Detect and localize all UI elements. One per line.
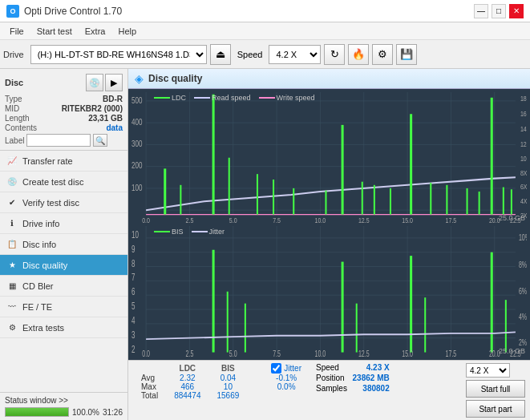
- svg-rect-33: [212, 95, 215, 215]
- svg-text:400: 400: [131, 117, 142, 127]
- menu-start-test[interactable]: Start test: [30, 25, 79, 38]
- maximize-button[interactable]: □: [492, 4, 506, 18]
- disc-mid-row: MID RITEKBR2 (000): [5, 104, 123, 113]
- svg-rect-40: [362, 182, 363, 215]
- legend-ldc-label: LDC: [172, 94, 186, 102]
- app-icon: O: [6, 5, 19, 18]
- sidebar-item-cd-bler[interactable]: ▦ CD Bler: [0, 276, 127, 297]
- speed-label: Speed: [237, 50, 263, 59]
- cd-bler-icon: ▦: [6, 281, 18, 292]
- status-window-btn[interactable]: Status window >>: [5, 396, 123, 405]
- sidebar-item-extra-tests[interactable]: ⚙ Extra tests: [0, 317, 127, 338]
- legend-write-speed-label: Write speed: [277, 94, 315, 102]
- sidebar-item-disc-info[interactable]: 📋 Disc info: [0, 234, 127, 255]
- label-action-btn[interactable]: 🔍: [93, 134, 107, 147]
- menu-file[interactable]: File: [3, 25, 30, 38]
- start-part-button[interactable]: Start part: [466, 400, 525, 418]
- length-label: Length: [5, 114, 30, 123]
- total-label: Total: [133, 391, 166, 400]
- legend-bis-label: BIS: [172, 228, 184, 236]
- svg-text:8X: 8X: [520, 168, 527, 176]
- contents-value: data: [106, 123, 123, 132]
- speed-label: Speed: [316, 363, 339, 372]
- speed-row: Speed 4.23 X: [316, 363, 390, 372]
- svg-text:10%: 10%: [519, 232, 527, 242]
- svg-text:10: 10: [131, 229, 139, 240]
- svg-text:6X: 6X: [520, 182, 527, 191]
- samples-value: 380802: [362, 384, 389, 393]
- svg-text:7.5: 7.5: [273, 349, 281, 357]
- samples-row: Samples 380802: [316, 384, 390, 393]
- disc-label-row: Label 🔍: [5, 134, 123, 147]
- position-value: 23862 MB: [353, 374, 390, 382]
- bottom-chart-legend: BIS Jitter: [154, 228, 225, 236]
- jitter-checkbox[interactable]: [271, 363, 281, 374]
- speed-info: Speed 4.23 X Position 23862 MB Samples 3…: [316, 363, 390, 393]
- speed-select-stats[interactable]: 4.2 X: [466, 363, 510, 378]
- svg-rect-95: [245, 303, 246, 352]
- settings-button[interactable]: ⚙: [372, 44, 393, 65]
- disc-length-row: Length 23,31 GB: [5, 114, 123, 123]
- svg-text:7.5: 7.5: [273, 216, 281, 223]
- svg-text:4: 4: [131, 315, 136, 325]
- svg-text:300: 300: [131, 139, 142, 149]
- svg-rect-44: [430, 183, 431, 215]
- sidebar-item-disc-quality[interactable]: ★ Disc quality: [0, 255, 127, 276]
- sidebar-item-create-test-disc[interactable]: 💿 Create test disc: [0, 172, 127, 192]
- svg-text:15.0: 15.0: [402, 216, 413, 223]
- drive-select[interactable]: (H:) HL-DT-ST BD-RE WH16NS48 1.D3: [30, 45, 207, 64]
- speed-select-toolbar[interactable]: 4.2 X: [269, 45, 321, 64]
- label-input[interactable]: [26, 134, 91, 147]
- menu-extra[interactable]: Extra: [79, 25, 112, 38]
- close-button[interactable]: ✕: [509, 4, 524, 18]
- bottom-chart: BIS Jitter 10 9 8 7 6 5 4: [131, 226, 527, 357]
- disc-icon-btn-1[interactable]: 💿: [86, 74, 103, 91]
- disc-icon-btn-2[interactable]: ▶: [105, 74, 123, 91]
- sidebar-item-verify-test-disc[interactable]: ✔ Verify test disc: [0, 192, 127, 213]
- progress-bar-fill: [6, 408, 68, 416]
- svg-rect-96: [342, 261, 344, 352]
- avg-bis-value: 0.04: [209, 374, 248, 382]
- sidebar-item-fe-te[interactable]: 〰 FE / TE: [0, 297, 127, 317]
- sidebar-item-label-cd-bler: CD Bler: [22, 281, 54, 291]
- menu-bar: File Start test Extra Help: [0, 22, 530, 40]
- svg-rect-37: [293, 188, 294, 215]
- top-chart-legend: LDC Read speed Write speed: [154, 94, 314, 102]
- svg-rect-36: [273, 180, 274, 215]
- mid-label: MID: [5, 104, 19, 113]
- save-button[interactable]: 💾: [396, 44, 417, 65]
- max-bis-value: 10: [209, 382, 248, 391]
- minimize-button[interactable]: —: [474, 4, 488, 18]
- svg-rect-48: [491, 98, 493, 215]
- legend-jitter-label: Jitter: [209, 228, 225, 236]
- drive-label: Drive: [3, 50, 24, 59]
- sidebar-item-transfer-rate[interactable]: 📈 Transfer rate: [0, 151, 127, 172]
- svg-rect-43: [410, 114, 412, 214]
- total-ldc-value: 884474: [166, 391, 208, 400]
- legend-ldc: LDC: [154, 94, 186, 102]
- eject-button[interactable]: ⏏: [210, 44, 231, 65]
- svg-rect-49: [503, 188, 504, 215]
- col-ldc: LDC: [166, 363, 208, 374]
- sidebar-item-label-disc-info: Disc info: [22, 240, 56, 249]
- menu-help[interactable]: Help: [111, 25, 143, 38]
- title-bar-left: O Opti Drive Control 1.70: [6, 5, 122, 18]
- svg-rect-98: [410, 256, 412, 352]
- svg-text:16X: 16X: [520, 109, 527, 118]
- svg-text:4%: 4%: [519, 313, 527, 322]
- burn-button[interactable]: 🔥: [348, 44, 369, 65]
- sidebar-item-drive-info[interactable]: ℹ Drive info: [0, 213, 127, 234]
- svg-rect-97: [356, 303, 358, 352]
- svg-text:12.5: 12.5: [358, 349, 370, 357]
- status-bar: Status window >> 100.0% 31:26: [0, 392, 127, 420]
- svg-text:10.0: 10.0: [315, 349, 326, 357]
- start-full-button[interactable]: Start full: [466, 380, 525, 398]
- svg-rect-47: [479, 192, 480, 215]
- top-chart-x-max: 25.0 GB: [499, 214, 525, 222]
- sidebar-item-label-drive-info: Drive info: [22, 219, 59, 228]
- svg-text:12.5: 12.5: [358, 216, 370, 223]
- avg-ldc-value: 2.32: [166, 374, 208, 382]
- svg-rect-94: [227, 291, 229, 352]
- svg-text:9: 9: [131, 244, 136, 254]
- refresh-button[interactable]: ↻: [324, 44, 345, 65]
